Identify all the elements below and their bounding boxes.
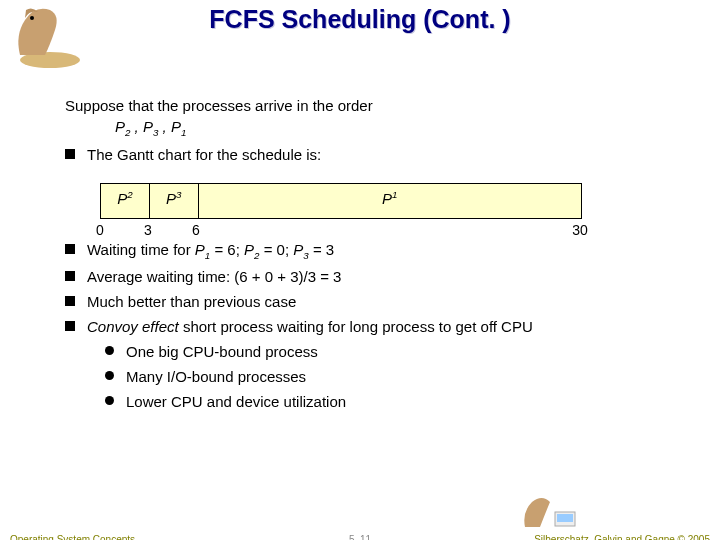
gantt-cell-p1: P1 — [199, 184, 581, 218]
footer-right: Silberschatz, Galvin and Gagne © 2005 — [534, 534, 710, 540]
tick-3: 3 — [144, 221, 152, 241]
tick-6: 6 — [192, 221, 200, 241]
slide-title: FCFS Scheduling (Cont. ) — [0, 5, 720, 34]
bullet-avg-wait: Average waiting time: (6 + 0 + 3)/3 = 3 — [87, 266, 341, 287]
bullet-convoy: Convoy effect short process waiting for … — [87, 316, 533, 337]
gantt-cell-p3: P3 — [150, 184, 199, 218]
bullet-icon — [65, 321, 75, 331]
bullet-icon — [65, 149, 75, 159]
sub-lower-util: Lower CPU and device utilization — [126, 391, 346, 412]
gantt-axis: 0 3 6 30 — [100, 221, 580, 237]
sub-bullet-icon — [105, 371, 114, 380]
bullet-gantt-label: The Gantt chart for the schedule is: — [87, 144, 321, 165]
sub-bullet-icon — [105, 346, 114, 355]
footer-page-number: 5. 11 — [349, 534, 371, 540]
gantt-chart: P2 P3 P1 0 3 6 30 — [100, 183, 580, 237]
footer-left: Operating System Concepts — [10, 534, 135, 540]
slide-content: Suppose that the processes arrive in the… — [65, 95, 680, 412]
svg-rect-3 — [557, 514, 573, 522]
sub-many-io: Many I/O-bound processes — [126, 366, 306, 387]
tick-30: 30 — [572, 221, 588, 241]
gantt-cell-p2: P2 — [101, 184, 150, 218]
intro-text: Suppose that the processes arrive in the… — [65, 95, 680, 116]
tick-0: 0 — [96, 221, 104, 241]
bullet-icon — [65, 244, 75, 254]
sub-bullet-icon — [105, 396, 114, 405]
bullet-icon — [65, 296, 75, 306]
bullet-better: Much better than previous case — [87, 291, 296, 312]
process-order: P2 , P3 , P1 — [115, 116, 680, 140]
bullet-waiting-time: Waiting time for P1 = 6; P2 = 0; P3 = 3 — [87, 239, 334, 263]
dinosaur-logo-bottom-right — [520, 492, 580, 532]
bullet-icon — [65, 271, 75, 281]
sub-one-big: One big CPU-bound process — [126, 341, 318, 362]
